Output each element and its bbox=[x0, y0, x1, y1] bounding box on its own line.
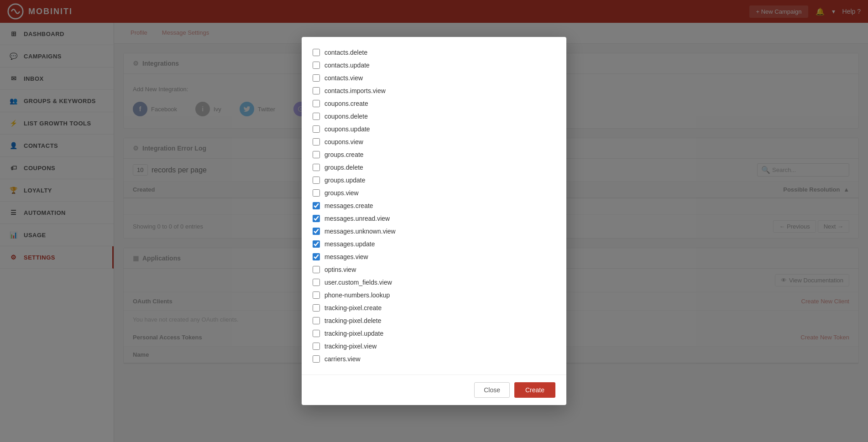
label-messages.view[interactable]: messages.view bbox=[324, 253, 368, 260]
label-coupons.view[interactable]: coupons.view bbox=[324, 138, 363, 146]
permission-item-messages.create: messages.create bbox=[313, 199, 555, 212]
permission-item-groups.view: groups.view bbox=[313, 187, 555, 199]
permission-item-coupons.delete: coupons.delete bbox=[313, 110, 555, 123]
label-contacts.update[interactable]: contacts.update bbox=[324, 62, 370, 69]
permission-item-coupons.view: coupons.view bbox=[313, 135, 555, 148]
label-coupons.delete[interactable]: coupons.delete bbox=[324, 113, 368, 120]
permission-item-coupons.create: coupons.create bbox=[313, 97, 555, 110]
label-tracking-pixel.delete[interactable]: tracking-pixel.delete bbox=[324, 317, 382, 324]
checkbox-groups.update[interactable] bbox=[313, 177, 320, 184]
permission-item-tracking-pixel.create: tracking-pixel.create bbox=[313, 302, 555, 314]
permission-item-messages.view: messages.view bbox=[313, 250, 555, 263]
checkbox-messages.unread.view[interactable] bbox=[313, 215, 320, 222]
label-tracking-pixel.create[interactable]: tracking-pixel.create bbox=[324, 304, 382, 312]
permission-item-groups.create: groups.create bbox=[313, 148, 555, 161]
permission-item-contacts.view: contacts.view bbox=[313, 72, 555, 84]
permission-item-tracking-pixel.delete: tracking-pixel.delete bbox=[313, 314, 555, 327]
checkbox-contacts.imports.view[interactable] bbox=[313, 87, 320, 94]
permissions-modal: contacts.deletecontacts.updatecontacts.v… bbox=[302, 37, 566, 405]
label-phone-numbers.lookup[interactable]: phone-numbers.lookup bbox=[324, 291, 390, 299]
checkbox-coupons.create[interactable] bbox=[313, 100, 320, 107]
label-messages.create[interactable]: messages.create bbox=[324, 202, 373, 209]
checkbox-contacts.delete[interactable] bbox=[313, 49, 320, 56]
permission-item-phone-numbers.lookup: phone-numbers.lookup bbox=[313, 289, 555, 302]
permission-item-coupons.update: coupons.update bbox=[313, 123, 555, 135]
checkbox-messages.unknown.view[interactable] bbox=[313, 228, 320, 235]
checkbox-groups.view[interactable] bbox=[313, 189, 320, 197]
checkbox-messages.create[interactable] bbox=[313, 202, 320, 209]
label-tracking-pixel.view[interactable]: tracking-pixel.view bbox=[324, 343, 376, 350]
close-button[interactable]: Close bbox=[474, 382, 510, 398]
permission-item-tracking-pixel.view: tracking-pixel.view bbox=[313, 340, 555, 353]
permission-item-contacts.imports.view: contacts.imports.view bbox=[313, 84, 555, 97]
checkbox-messages.update[interactable] bbox=[313, 240, 320, 248]
checkbox-messages.view[interactable] bbox=[313, 253, 320, 260]
checkbox-user.custom_fields.view[interactable] bbox=[313, 279, 320, 286]
permission-item-contacts.update: contacts.update bbox=[313, 59, 555, 72]
label-optins.view[interactable]: optins.view bbox=[324, 266, 356, 273]
permission-item-carriers.view: carriers.view bbox=[313, 353, 555, 365]
label-contacts.imports.view[interactable]: contacts.imports.view bbox=[324, 87, 386, 94]
checkbox-carriers.view[interactable] bbox=[313, 355, 320, 363]
checkbox-tracking-pixel.update[interactable] bbox=[313, 330, 320, 337]
label-groups.update[interactable]: groups.update bbox=[324, 177, 366, 184]
label-groups.delete[interactable]: groups.delete bbox=[324, 164, 363, 171]
label-coupons.create[interactable]: coupons.create bbox=[324, 100, 368, 107]
checkbox-coupons.delete[interactable] bbox=[313, 113, 320, 120]
label-messages.unread.view[interactable]: messages.unread.view bbox=[324, 215, 390, 222]
label-groups.create[interactable]: groups.create bbox=[324, 151, 364, 158]
permission-item-tracking-pixel.update: tracking-pixel.update bbox=[313, 327, 555, 340]
checkbox-contacts.view[interactable] bbox=[313, 74, 320, 82]
permission-item-groups.update: groups.update bbox=[313, 174, 555, 187]
label-contacts.delete[interactable]: contacts.delete bbox=[324, 49, 367, 56]
label-messages.unknown.view[interactable]: messages.unknown.view bbox=[324, 228, 396, 235]
label-user.custom_fields.view[interactable]: user.custom_fields.view bbox=[324, 279, 392, 286]
permission-item-messages.unknown.view: messages.unknown.view bbox=[313, 225, 555, 238]
checkbox-phone-numbers.lookup[interactable] bbox=[313, 291, 320, 299]
modal-overlay: contacts.deletecontacts.updatecontacts.v… bbox=[0, 0, 868, 442]
label-messages.update[interactable]: messages.update bbox=[324, 240, 375, 248]
modal-body: contacts.deletecontacts.updatecontacts.v… bbox=[302, 37, 566, 374]
checkbox-tracking-pixel.delete[interactable] bbox=[313, 317, 320, 324]
label-tracking-pixel.update[interactable]: tracking-pixel.update bbox=[324, 330, 383, 337]
permission-item-user.custom_fields.view: user.custom_fields.view bbox=[313, 276, 555, 289]
checkbox-optins.view[interactable] bbox=[313, 266, 320, 273]
checkbox-contacts.update[interactable] bbox=[313, 62, 320, 69]
checkbox-coupons.view[interactable] bbox=[313, 138, 320, 146]
label-contacts.view[interactable]: contacts.view bbox=[324, 74, 363, 82]
checkbox-tracking-pixel.view[interactable] bbox=[313, 343, 320, 350]
label-carriers.view[interactable]: carriers.view bbox=[324, 355, 361, 363]
checkbox-groups.delete[interactable] bbox=[313, 164, 320, 171]
checkbox-coupons.update[interactable] bbox=[313, 125, 320, 133]
checkbox-tracking-pixel.create[interactable] bbox=[313, 304, 320, 312]
modal-footer: Close Create bbox=[302, 374, 566, 405]
permission-item-messages.unread.view: messages.unread.view bbox=[313, 212, 555, 225]
checkbox-groups.create[interactable] bbox=[313, 151, 320, 158]
create-button[interactable]: Create bbox=[514, 382, 555, 398]
label-groups.view[interactable]: groups.view bbox=[324, 189, 359, 197]
permission-item-contacts.delete: contacts.delete bbox=[313, 46, 555, 59]
permission-item-optins.view: optins.view bbox=[313, 263, 555, 276]
label-coupons.update[interactable]: coupons.update bbox=[324, 125, 370, 133]
permission-item-groups.delete: groups.delete bbox=[313, 161, 555, 174]
permission-item-messages.update: messages.update bbox=[313, 238, 555, 250]
